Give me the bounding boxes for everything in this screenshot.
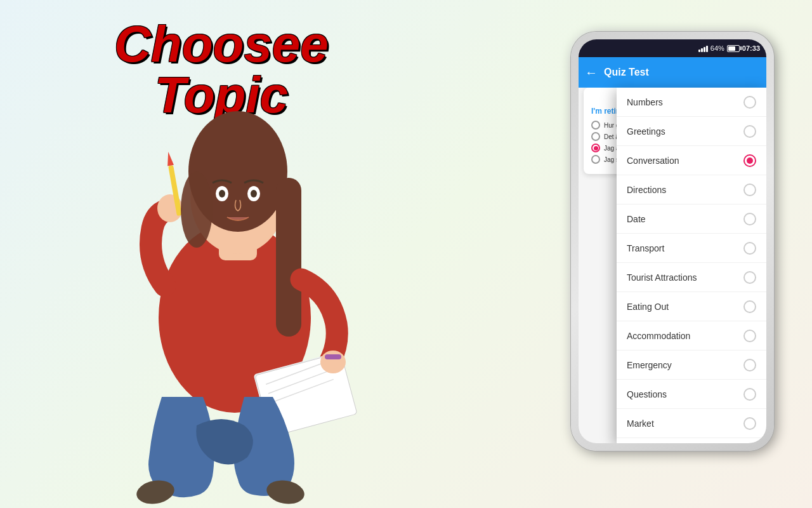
dropdown-item-1[interactable]: Greetings [617, 117, 766, 146]
radio-4[interactable] [591, 155, 600, 164]
status-time: 07:33 [742, 44, 760, 52]
signal-bar-2 [701, 48, 703, 52]
dropdown-item-radio-7[interactable] [743, 300, 756, 313]
signal-bar-1 [698, 50, 700, 52]
phone-screen: 64% 07:33 ← Quiz Test Quiz I'm retired n… [579, 39, 766, 443]
dropdown-item-label-6: Tourist Attractions [627, 272, 697, 283]
phone-container: 64% 07:33 ← Quiz Test Quiz I'm retired n… [571, 32, 774, 464]
signal-bar-4 [706, 46, 708, 52]
svg-marker-11 [165, 151, 174, 166]
back-button[interactable]: ← [585, 65, 598, 80]
dropdown-item-label-3: Directions [627, 185, 666, 195]
dropdown-item-label-1: Greetings [627, 126, 665, 137]
dropdown-item-radio-0[interactable] [743, 96, 756, 109]
dropdown-item-10[interactable]: Questions [617, 380, 766, 409]
dropdown-item-label-5: Transport [627, 243, 664, 253]
battery-fill [728, 46, 735, 51]
dropdown-item-radio-5[interactable] [743, 242, 756, 255]
status-bar: 64% 07:33 [579, 39, 766, 57]
signal-bar-3 [704, 47, 705, 52]
dropdown-item-label-0: Numbers [627, 97, 663, 107]
dropdown-item-7[interactable]: Eating Out [617, 292, 766, 321]
dropdown-item-radio-2[interactable] [743, 154, 756, 167]
dropdown-item-9[interactable]: Emergency [617, 351, 766, 380]
dropdown-item-0[interactable]: Numbers [617, 88, 766, 117]
person-image [38, 38, 431, 508]
svg-point-7 [219, 190, 225, 197]
app-title: Quiz Test [604, 67, 649, 78]
dropdown-item-5[interactable]: Transport [617, 234, 766, 263]
dropdown-item-label-9: Emergency [627, 360, 672, 370]
radio-3-selected[interactable] [591, 144, 600, 152]
person-svg [51, 51, 419, 508]
dropdown-item-radio-9[interactable] [743, 359, 756, 371]
dropdown-item-radio-6[interactable] [743, 271, 756, 284]
radio-1[interactable] [591, 121, 600, 130]
dropdown-item-2[interactable]: Conversation [617, 146, 766, 175]
topic-dropdown: NumbersGreetingsConversationDirectionsDa… [617, 88, 766, 443]
phone-outer: 64% 07:33 ← Quiz Test Quiz I'm retired n… [571, 32, 774, 451]
dropdown-item-8[interactable]: Accommodation [617, 321, 766, 351]
dropdown-item-11[interactable]: Market [617, 409, 766, 438]
dropdown-item-radio-1[interactable] [743, 125, 756, 138]
dropdown-item-radio-11[interactable] [743, 417, 756, 430]
radio-2[interactable] [591, 132, 600, 141]
dropdown-item-4[interactable]: Date [617, 204, 766, 234]
dropdown-item-label-11: Market [627, 418, 654, 429]
signal-bars [698, 44, 708, 52]
dropdown-item-radio-4[interactable] [743, 213, 756, 225]
dropdown-item-3[interactable]: Directions [617, 175, 766, 204]
svg-rect-20 [325, 354, 341, 359]
dropdown-item-radio-3[interactable] [743, 184, 756, 196]
dropdown-item-radio-10[interactable] [743, 388, 756, 401]
svg-point-8 [251, 190, 257, 197]
svg-point-17 [320, 351, 346, 373]
dropdown-item-label-8: Accommodation [627, 331, 690, 341]
battery-percent: 64% [710, 44, 724, 52]
dropdown-item-label-2: Conversation [627, 156, 679, 166]
svg-rect-4 [276, 178, 301, 337]
dropdown-item-radio-8[interactable] [743, 330, 756, 342]
dropdown-item-6[interactable]: Tourist Attractions [617, 263, 766, 292]
dropdown-item-label-10: Questions [627, 389, 667, 399]
svg-point-21 [181, 171, 213, 248]
dropdown-item-label-7: Eating Out [627, 302, 669, 312]
app-header: ← Quiz Test [579, 57, 766, 88]
dropdown-item-label-4: Date [627, 214, 646, 224]
battery-icon [727, 45, 740, 52]
